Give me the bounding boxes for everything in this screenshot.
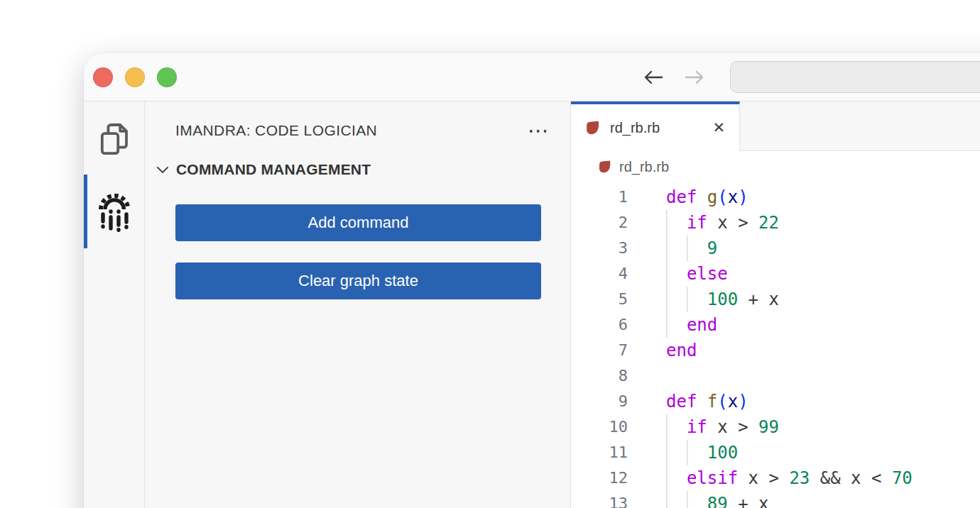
activity-item-imandra[interactable] — [84, 169, 145, 254]
section-header-command-management[interactable]: COMMAND MANAGEMENT — [145, 155, 570, 184]
code-text: 100 — [666, 440, 738, 465]
code-line[interactable]: 6end — [571, 312, 980, 338]
indent-guide — [666, 312, 687, 338]
arrow-left-icon — [642, 68, 665, 87]
indent-guide — [666, 210, 687, 236]
code-line[interactable]: 12elsif x > 23 && x < 70 — [571, 465, 980, 491]
line-number: 13 — [571, 491, 628, 508]
code-line[interactable]: 4else — [571, 261, 980, 287]
indent-guide — [666, 491, 687, 508]
titlebar — [84, 53, 980, 101]
code-text: if x > 22 — [666, 210, 779, 236]
forward-button[interactable] — [683, 68, 706, 87]
code-text: end — [666, 312, 717, 338]
line-number: 1 — [571, 184, 628, 210]
tab-rd-rb[interactable]: rd_rb.rb ✕ — [571, 101, 740, 151]
code-text: end — [666, 338, 697, 363]
breadcrumb[interactable]: rd_rb.rb — [571, 151, 980, 182]
indent-guide — [666, 440, 687, 465]
line-number: 6 — [571, 312, 628, 338]
code-text: if x > 99 — [666, 414, 779, 440]
main-area: IMANDRA: CODE LOGICIAN ⋯ COMMAND MANAGEM… — [84, 101, 980, 508]
indent-guide — [666, 414, 687, 440]
close-window-button[interactable] — [93, 67, 113, 87]
vscode-window: IMANDRA: CODE LOGICIAN ⋯ COMMAND MANAGEM… — [84, 53, 980, 508]
arrow-right-icon — [683, 68, 706, 87]
minimize-window-button[interactable] — [125, 67, 145, 87]
breadcrumb-item-filename: rd_rb.rb — [619, 159, 669, 175]
code-line[interactable]: 1def g(x) — [571, 184, 980, 210]
files-icon — [97, 121, 131, 157]
code-text: elsif x > 23 && x < 70 — [666, 465, 913, 491]
line-number: 7 — [571, 338, 628, 363]
line-number: 4 — [571, 261, 628, 287]
code-line[interactable]: 2if x > 22 — [571, 210, 980, 236]
tab-bar: rd_rb.rb ✕ — [571, 101, 980, 151]
panel-buttons: Add command Clear graph state — [145, 204, 570, 299]
line-number: 8 — [571, 363, 628, 389]
line-number: 10 — [571, 414, 628, 440]
clear-graph-state-button[interactable]: Clear graph state — [175, 263, 541, 299]
code-line[interactable]: 5100 + x — [571, 287, 980, 312]
line-number: 9 — [571, 389, 628, 414]
close-tab-icon[interactable]: ✕ — [712, 119, 725, 136]
code-line[interactable]: 11100 — [571, 440, 980, 465]
code-line[interactable]: 10if x > 99 — [571, 414, 980, 440]
tab-label: rd_rb.rb — [610, 120, 660, 136]
code-area[interactable]: 1def g(x)2if x > 22394else5100 + x6end7e… — [571, 182, 980, 508]
section-label: COMMAND MANAGEMENT — [176, 161, 371, 178]
chevron-down-icon — [155, 162, 170, 177]
code-line[interactable]: 7end — [571, 338, 980, 363]
code-text: 100 + x — [666, 287, 779, 312]
back-button[interactable] — [642, 68, 665, 87]
code-line[interactable]: 8 — [571, 363, 980, 389]
code-line[interactable]: 9def f(x) — [571, 389, 980, 414]
code-line[interactable]: 1389 + x — [571, 491, 980, 508]
activity-bar — [84, 101, 145, 508]
history-nav — [642, 68, 706, 87]
code-line[interactable]: 39 — [571, 236, 980, 261]
search-input[interactable] — [730, 61, 980, 93]
indent-guide — [687, 236, 707, 261]
add-command-button[interactable]: Add command — [175, 204, 541, 241]
gear-rain-icon — [95, 191, 134, 232]
indent-guide — [687, 491, 707, 508]
indent-guide — [687, 287, 707, 312]
editor-group: rd_rb.rb ✕ rd_rb.rb 1def g(x)2if x > 223… — [571, 101, 980, 508]
code-text: else — [666, 261, 728, 287]
indent-guide — [687, 440, 707, 465]
indent-guide — [666, 287, 687, 312]
more-actions-button[interactable]: ⋯ — [528, 123, 549, 138]
panel-header: IMANDRA: CODE LOGICIAN ⋯ — [145, 114, 570, 147]
line-number: 11 — [571, 440, 628, 465]
active-item-indicator — [84, 175, 87, 248]
code-text: 89 + x — [666, 491, 768, 508]
side-panel: IMANDRA: CODE LOGICIAN ⋯ COMMAND MANAGEM… — [145, 101, 571, 508]
traffic-lights — [93, 67, 177, 87]
code-text: 9 — [666, 236, 717, 261]
indent-guide — [666, 236, 687, 261]
indent-guide — [666, 261, 687, 287]
indent-guide — [666, 465, 687, 491]
ruby-gem-icon — [585, 120, 601, 136]
line-number: 12 — [571, 465, 628, 491]
line-number: 2 — [571, 210, 628, 236]
line-number: 3 — [571, 236, 628, 261]
panel-title: IMANDRA: CODE LOGICIAN — [175, 122, 377, 139]
line-number: 5 — [571, 287, 628, 312]
activity-item-explorer[interactable] — [84, 109, 145, 169]
code-text: def f(x) — [666, 389, 748, 414]
desktop-background: IMANDRA: CODE LOGICIAN ⋯ COMMAND MANAGEM… — [0, 0, 980, 508]
code-text: def g(x) — [666, 184, 748, 210]
zoom-window-button[interactable] — [157, 67, 177, 87]
ruby-gem-icon — [598, 160, 612, 174]
